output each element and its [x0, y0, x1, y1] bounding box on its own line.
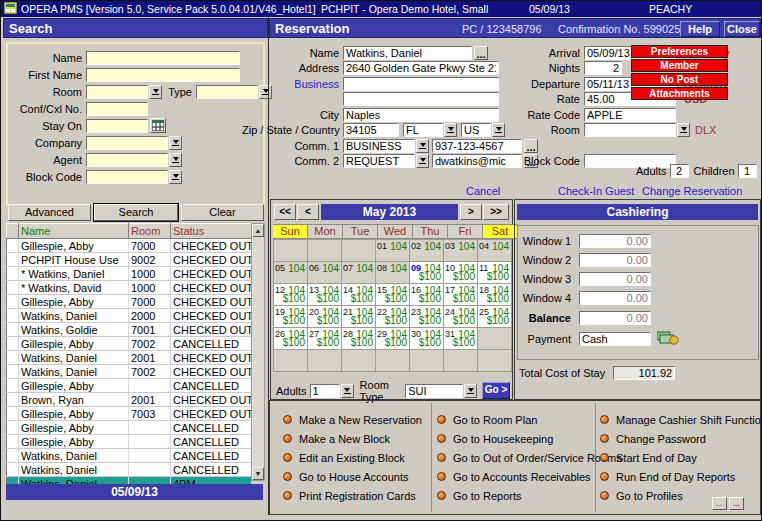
close-button[interactable]: Close [724, 21, 760, 37]
cancel-link[interactable]: Cancel [466, 185, 500, 197]
result-row[interactable]: Watkins, Daniel 2001 CHECKED OUT [7, 351, 252, 365]
result-row[interactable]: Gillespie, Abby 7002 CANCELLED [7, 337, 252, 351]
advanced-button[interactable]: Advanced [8, 204, 91, 221]
prev-month-button[interactable]: < [297, 204, 319, 220]
search-stay-on-input[interactable] [86, 119, 148, 133]
search-conf-input[interactable] [86, 102, 148, 116]
state-dropdown-button[interactable] [444, 123, 457, 137]
search-button[interactable]: Search [94, 204, 178, 221]
column-room[interactable]: Room [129, 224, 171, 239]
search-name-input[interactable] [86, 51, 240, 65]
result-row[interactable]: Gillespie, Abby 7003 CHECKED OUT [7, 407, 252, 421]
payment-field[interactable] [579, 332, 651, 346]
comm2-dropdown-button[interactable] [416, 154, 429, 168]
calendar-day-cell[interactable]: 12 104 $100 [274, 284, 308, 306]
menu-link[interactable]: Go to Housekeeping [437, 429, 622, 448]
block-code-dropdown-button[interactable] [169, 170, 182, 184]
calendar-day-cell[interactable]: 02 104 [410, 240, 444, 262]
search-company-input[interactable] [86, 136, 168, 150]
result-row[interactable]: Gillespie, Abby CANCELLED [7, 379, 252, 393]
calendar-day-cell[interactable]: 30 104 $100 [410, 328, 444, 350]
calendar-day-cell[interactable] [376, 350, 410, 372]
calendar-day-cell[interactable]: 22 104 $100 [376, 306, 410, 328]
result-row[interactable]: Watkins, Daniel 7002 CHECKED OUT [7, 365, 252, 379]
search-type-input[interactable] [196, 85, 258, 99]
calendar-day-cell[interactable]: 21 104 $100 [342, 306, 376, 328]
cal-adults-input[interactable] [310, 384, 340, 398]
calendar-day-cell[interactable]: 09 104 $100 [410, 262, 444, 284]
result-row[interactable]: PCHPIT House Use 9002 CHECKED OUT [7, 253, 252, 267]
res-city-input[interactable] [343, 108, 499, 122]
reservation-flag-button[interactable]: Preferences [631, 45, 728, 58]
res-name-input[interactable] [343, 46, 472, 60]
room-dropdown-button[interactable] [149, 85, 162, 99]
calendar-day-cell[interactable] [410, 350, 444, 372]
check-in-guest-link[interactable]: Check-In Guest [558, 185, 634, 197]
comm1-dropdown-button[interactable] [416, 139, 429, 153]
change-reservation-link[interactable]: Change Reservation [642, 185, 742, 197]
room-input[interactable] [584, 123, 676, 137]
cash-icon[interactable] [657, 330, 679, 347]
business-link[interactable]: Business [270, 78, 343, 90]
menu-link[interactable]: Make a New Block [283, 429, 422, 448]
menu-link[interactable]: Go to House Accounts [283, 467, 422, 486]
calendar-day-cell[interactable]: 01 104 [376, 240, 410, 262]
calendar-day-cell[interactable]: 16 104 $100 [410, 284, 444, 306]
calendar-day-cell[interactable]: 08 104 [376, 262, 410, 284]
column-status[interactable]: Status [171, 224, 252, 239]
menu-link[interactable]: Go to Out of Order/Service Rooms [437, 448, 622, 467]
result-row[interactable]: * Watkins, Daniel 1000 CHECKED OUT [7, 267, 252, 281]
calendar-day-cell[interactable]: 04 104 [478, 240, 512, 262]
calendar-picker-button[interactable] [150, 118, 166, 133]
menu-link[interactable]: Edit an Existing Block [283, 448, 422, 467]
result-row[interactable]: Gillespie, Abby CANCELLED [7, 435, 252, 449]
calendar-day-cell[interactable] [274, 350, 308, 372]
country-dropdown-button[interactable] [492, 123, 505, 137]
menu-link[interactable]: Start End of Day [600, 448, 762, 467]
result-row[interactable]: Gillespie, Abby 7000 CHECKED OUT [7, 239, 252, 253]
comm2-value-input[interactable] [432, 154, 522, 168]
comm2-type-input[interactable] [343, 154, 415, 168]
menu-link[interactable]: Go to Room Plan [437, 410, 622, 429]
calendar-day-cell[interactable]: 07 104 [342, 262, 376, 284]
calendar-day-cell[interactable] [274, 240, 308, 262]
menu-link[interactable]: Change Password [600, 429, 762, 448]
res-country-input[interactable] [461, 123, 491, 137]
calendar-day-cell[interactable] [478, 328, 512, 350]
menu-next-page-button[interactable]: → [729, 497, 744, 510]
balance-field[interactable] [579, 311, 651, 325]
reservation-flag-button[interactable]: Member [631, 59, 728, 72]
result-row[interactable]: Gillespie, Abby CANCELLED [7, 421, 252, 435]
res-address-input[interactable] [343, 61, 499, 75]
result-row[interactable]: Watkins, Goldie 7001 CHECKED OUT [7, 323, 252, 337]
search-first-name-input[interactable] [86, 68, 240, 82]
window-amount-field[interactable] [579, 253, 651, 267]
calendar-day-cell[interactable] [308, 240, 342, 262]
agent-dropdown-button[interactable] [169, 153, 182, 167]
rate-code-input[interactable] [584, 108, 676, 122]
adults-input[interactable] [670, 164, 689, 178]
result-row[interactable]: Gillespie, Abby 7000 CHECKED OUT [7, 295, 252, 309]
calendar-day-cell[interactable]: 19 104 $100 [274, 306, 308, 328]
go-button[interactable]: Go > [482, 382, 510, 399]
scroll-down-button[interactable]: ▼ [252, 467, 264, 480]
calendar-day-cell[interactable] [444, 350, 478, 372]
name-lookup-button[interactable]: ... [474, 46, 488, 60]
calendar-day-cell[interactable]: 11 104 $100 [478, 262, 512, 284]
nights-input[interactable] [584, 61, 622, 75]
menu-link[interactable]: Print Registration Cards [283, 486, 422, 505]
result-row[interactable]: Watkins, Daniel 2000 CHECKED OUT [7, 309, 252, 323]
calendar-day-cell[interactable]: 03 104 [444, 240, 478, 262]
menu-link[interactable]: Manage Cashier Shift Functions [600, 410, 762, 429]
calendar-day-cell[interactable]: 27 104 $100 [308, 328, 342, 350]
calendar-day-cell[interactable]: 17 104 $100 [444, 284, 478, 306]
comm1-type-input[interactable] [343, 139, 415, 153]
calendar-day-cell[interactable]: 15 104 $100 [376, 284, 410, 306]
menu-link[interactable]: Make a New Reservation [283, 410, 422, 429]
calendar-day-cell[interactable] [308, 350, 342, 372]
result-row[interactable]: Watkins, Daniel CANCELLED [7, 449, 252, 463]
scroll-up-button[interactable]: ▲ [252, 224, 264, 237]
result-row[interactable]: Watkins, Daniel CANCELLED [7, 463, 252, 477]
cal-room-type-input[interactable] [405, 384, 463, 398]
help-button[interactable]: Help [680, 21, 720, 37]
